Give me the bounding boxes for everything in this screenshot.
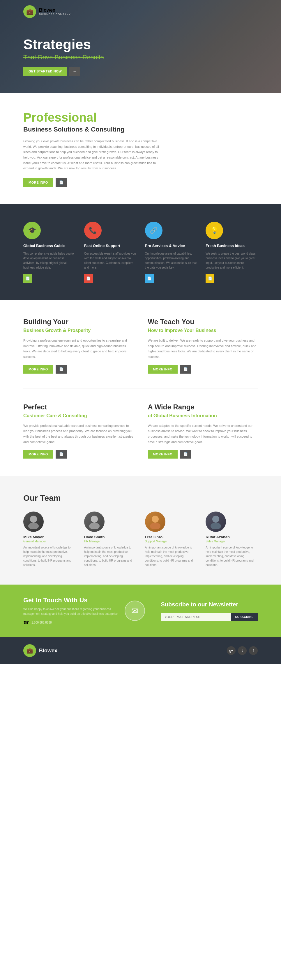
professional-title: Professional xyxy=(23,111,258,124)
social-facebook-button[interactable]: f xyxy=(249,646,258,655)
mail-icon-circle: ✉ xyxy=(125,601,145,621)
get-started-button[interactable]: GET STARTED NOW xyxy=(23,67,67,76)
doc-icon-perfect: 📄 xyxy=(59,452,64,456)
global-description: This comprehensive guide helps you to de… xyxy=(23,251,75,270)
doc-icon-red: 📄 xyxy=(86,277,91,280)
team-member-dave: Dave Smith HR Manager An important sourc… xyxy=(84,512,136,567)
building-subtitle: Business Growth & Prosperity xyxy=(23,328,133,334)
mike-role: General Manager xyxy=(23,540,75,543)
features-section: Building Your Business Growth & Prosperi… xyxy=(0,300,281,476)
twitter-icon: t xyxy=(242,649,243,653)
support-more-button[interactable]: 📄 xyxy=(84,274,93,283)
svg-point-5 xyxy=(150,523,160,529)
lisa-avatar-img xyxy=(145,512,165,532)
social-twitter-button[interactable]: t xyxy=(238,646,247,655)
services-section: 🎓 Global Business Guide This comprehensi… xyxy=(0,204,281,300)
svg-point-1 xyxy=(28,523,39,529)
professional-subtitle: Business Solutions & Consulting xyxy=(23,126,258,133)
doc-icon-yellow: 📄 xyxy=(208,277,212,280)
pro-description: Our knowledge areas of capabilities, opp… xyxy=(145,251,197,270)
teach-subtitle: How to Improve Your Business xyxy=(148,328,258,334)
building-title: Building Your xyxy=(23,318,133,326)
teach-doc-button[interactable]: 📄 xyxy=(180,365,191,374)
hero-arrow-button[interactable]: → xyxy=(69,67,80,76)
google-icon: g+ xyxy=(229,649,233,653)
service-card-global: 🎓 Global Business Guide This comprehensi… xyxy=(23,222,75,283)
hero-subheadline: That Drive Business Results xyxy=(23,54,104,61)
professional-section: Professional Business Solutions & Consul… xyxy=(0,93,281,204)
pro-icon-circle: 🔗 xyxy=(145,222,163,239)
mike-name: Mike Mayer xyxy=(23,535,75,539)
doc-icon-widerange: 📄 xyxy=(184,452,188,456)
doc-icon-blue: 📄 xyxy=(147,277,152,280)
hero-content: Strategies That Drive Business Results G… xyxy=(23,37,104,76)
perfect-more-button[interactable]: MORE INFO xyxy=(23,450,53,458)
team-title: Our Team xyxy=(23,493,258,503)
svg-point-4 xyxy=(152,515,159,523)
footer-site-name: Blowex xyxy=(39,648,57,654)
rufat-avatar-img xyxy=(206,512,226,532)
team-member-mike: Mike Mayer General Manager An important … xyxy=(23,512,75,567)
professional-buttons: MORE INFO 📄 xyxy=(23,178,258,187)
professional-doc-button[interactable]: 📄 xyxy=(56,178,67,187)
site-name: Blowex xyxy=(39,8,71,13)
feature-building: Building Your Business Growth & Prosperi… xyxy=(23,318,133,374)
building-buttons: MORE INFO 📄 xyxy=(23,365,133,374)
footer-social: g+ t f xyxy=(227,646,258,655)
subscribe-button[interactable]: SUBSCRIBE xyxy=(231,613,258,621)
envelope-icon: ✉ xyxy=(131,606,138,616)
newsletter-email-input[interactable] xyxy=(161,613,231,621)
dave-name: Dave Smith xyxy=(84,535,136,539)
doc-icon-teach: 📄 xyxy=(184,367,188,371)
svg-point-0 xyxy=(30,515,37,523)
pro-more-button[interactable]: 📄 xyxy=(145,274,154,283)
phone-number: 1.800.888.8888 xyxy=(32,621,52,624)
newsletter-right: Subscribe to our Newsletter SUBSCRIBE xyxy=(149,601,258,621)
fresh-more-button[interactable]: 📄 xyxy=(206,274,214,283)
building-more-button[interactable]: MORE INFO xyxy=(23,365,53,374)
team-member-lisa: Lisa Ghrol Support Manager An important … xyxy=(145,512,197,567)
footer-logo: 💼 Blowex xyxy=(23,644,57,657)
rufat-role: Sales Manager xyxy=(206,540,258,543)
widerange-description: We are adapted to the specific current n… xyxy=(148,423,258,445)
lisa-description: An important source of knowledge to help… xyxy=(145,545,197,567)
contact-description: We'll be happy to answer all your questi… xyxy=(23,607,120,616)
rufat-description: An important source of knowledge to help… xyxy=(206,545,258,567)
teach-description: We are built to deliver. We are ready to… xyxy=(148,338,258,360)
fresh-description: We seek to create the best world-class b… xyxy=(206,251,258,270)
footer-logo-circle: 💼 xyxy=(23,644,36,657)
logo-text-group: Blowex BUSINESS COMPANY xyxy=(39,8,71,16)
widerange-more-button[interactable]: MORE INFO xyxy=(148,450,178,458)
section-divider xyxy=(23,388,258,388)
features-row2: Perfect Customer Care & Consulting We pr… xyxy=(23,403,258,459)
support-description: Our accessible expert staff provides you… xyxy=(84,251,136,270)
perfect-buttons: MORE INFO 📄 xyxy=(23,450,133,458)
doc-icon: 📄 xyxy=(59,180,64,185)
footer-briefcase-icon: 💼 xyxy=(27,648,33,654)
building-doc-button[interactable]: 📄 xyxy=(56,365,67,374)
global-title: Global Business Guide xyxy=(23,243,75,248)
fresh-icon-circle: 💡 xyxy=(206,222,223,239)
professional-description: Growing your own private business can be… xyxy=(23,138,163,171)
lisa-avatar xyxy=(145,512,165,532)
svg-point-7 xyxy=(211,523,221,529)
services-grid: 🎓 Global Business Guide This comprehensi… xyxy=(23,222,258,283)
perfect-description: We provide professional valuable care an… xyxy=(23,423,133,445)
professional-more-button[interactable]: MORE INFO xyxy=(23,178,53,187)
teach-title: We Teach You xyxy=(148,318,258,326)
widerange-doc-button[interactable]: 📄 xyxy=(180,450,191,458)
teach-buttons: MORE INFO 📄 xyxy=(148,365,258,374)
widerange-buttons: MORE INFO 📄 xyxy=(148,450,258,458)
global-more-button[interactable]: 📄 xyxy=(23,274,32,283)
phone-icon: 📞 xyxy=(89,227,97,234)
hero-headline: Strategies xyxy=(23,37,104,52)
social-google-button[interactable]: g+ xyxy=(227,646,236,655)
svg-point-3 xyxy=(89,523,100,529)
perfect-doc-button[interactable]: 📄 xyxy=(56,450,67,458)
feature-teach: We Teach You How to Improve Your Busines… xyxy=(148,318,258,374)
rufat-name: Rufat Azaban xyxy=(206,535,258,539)
teach-more-button[interactable]: MORE INFO xyxy=(148,365,178,374)
dave-role: HR Manager xyxy=(84,540,136,543)
team-section: Our Team Mike Mayer General Manager An i… xyxy=(0,476,281,585)
site-tagline: BUSINESS COMPANY xyxy=(39,13,71,16)
